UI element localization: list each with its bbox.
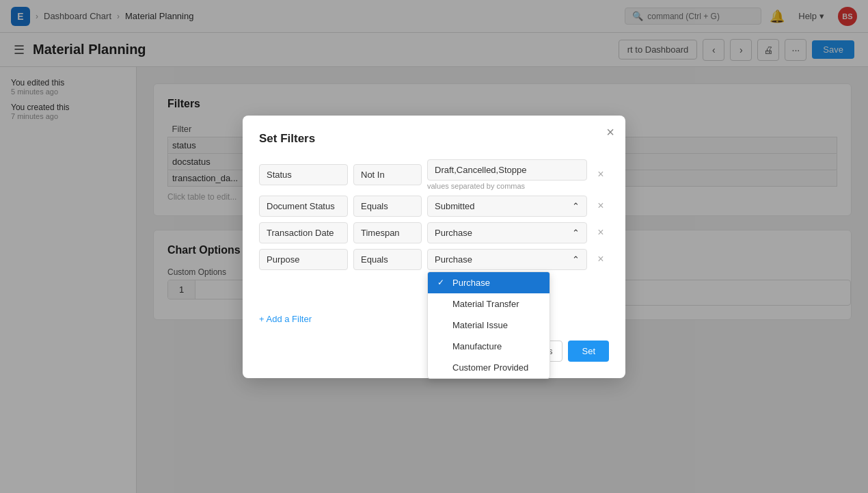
add-filter-link[interactable]: + Add a Filter	[259, 314, 312, 324]
filter-val-purpose-text: Purchase	[435, 254, 472, 265]
filter-remove-purpose[interactable]: ×	[593, 251, 609, 267]
filter-val-purpose-chevron: ⌃	[572, 254, 580, 265]
filter-remove-docstatus[interactable]: ×	[593, 198, 609, 214]
filter-val-docstatus-chevron: ⌃	[572, 201, 580, 211]
dropdown-item-material-issue[interactable]: Material Issue	[428, 315, 550, 336]
filter-val-purpose-select[interactable]: Purchase ⌃	[427, 249, 587, 270]
filter-val-hint: values separated by commas	[427, 182, 587, 190]
filter-val-purpose: Purchase ⌃ ✓ Purchase Material Transfer	[427, 249, 587, 270]
filter-val-transdate-select[interactable]: Purchase ⌃	[427, 222, 587, 243]
filter-val-transdate-text: Purchase	[435, 228, 472, 238]
purpose-dropdown: ✓ Purchase Material Transfer Material Is…	[427, 271, 550, 379]
filter-remove-status[interactable]: ×	[593, 166, 609, 183]
filter-val-status-text[interactable]: Draft,Cancelled,Stoppe	[427, 159, 587, 181]
dropdown-item-label: Purchase	[452, 278, 490, 288]
filter-val-transdate: Purchase ⌃	[427, 222, 587, 243]
filter-val-docstatus-select[interactable]: Submitted ⌃	[427, 196, 587, 217]
modal-title: Set Filters	[259, 132, 609, 146]
dropdown-item-label: Manufacture	[452, 341, 502, 351]
filter-row-transdate: Transaction Date Timespan Purchase ⌃ ×	[259, 222, 609, 243]
dropdown-item-purchase[interactable]: ✓ Purchase	[428, 272, 550, 293]
filter-op-status: Not In	[353, 164, 422, 185]
filter-op-docstatus: Equals	[353, 196, 422, 217]
set-filters-modal: Set Filters × Status Not In Draft,Cancel…	[243, 116, 625, 378]
dropdown-item-label: Material Issue	[452, 320, 508, 330]
filter-row-purpose: Purpose Equals Purchase ⌃ ✓ Purchase Mat…	[259, 249, 609, 270]
dropdown-item-label: Material Transfer	[452, 299, 519, 309]
filter-field-purpose: Purpose	[259, 249, 348, 270]
set-button[interactable]: Set	[568, 341, 609, 362]
modal-close-button[interactable]: ×	[606, 125, 614, 139]
filter-field-transdate: Transaction Date	[259, 222, 348, 243]
filter-field-status: Status	[259, 164, 348, 185]
modal-overlay[interactable]: Set Filters × Status Not In Draft,Cancel…	[0, 0, 868, 493]
filter-remove-transdate[interactable]: ×	[593, 224, 609, 241]
filter-op-transdate: Timespan	[353, 222, 422, 243]
check-icon: ✓	[437, 278, 447, 287]
dropdown-item-material-transfer[interactable]: Material Transfer	[428, 293, 550, 315]
filter-row-docstatus: Document Status Equals Submitted ⌃ ×	[259, 196, 609, 217]
dropdown-item-manufacture[interactable]: Manufacture	[428, 336, 550, 357]
filter-val-status: Draft,Cancelled,Stoppe values separated …	[427, 159, 587, 190]
filter-val-docstatus: Submitted ⌃	[427, 196, 587, 217]
filter-op-purpose: Equals	[353, 249, 422, 270]
filter-val-transdate-chevron: ⌃	[572, 228, 580, 238]
dropdown-item-customer-provided[interactable]: Customer Provided	[428, 357, 550, 378]
filter-row-status: Status Not In Draft,Cancelled,Stoppe val…	[259, 159, 609, 190]
filter-field-docstatus: Document Status	[259, 196, 348, 217]
filter-val-docstatus-text: Submitted	[435, 201, 475, 211]
dropdown-item-label: Customer Provided	[452, 362, 528, 373]
